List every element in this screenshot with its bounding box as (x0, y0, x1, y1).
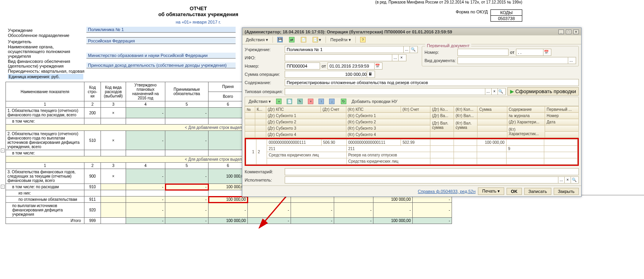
input-inst[interactable]: Поликлиника № 1...🔍 (285, 46, 418, 53)
label-prim-from: от (510, 50, 514, 55)
add-nu-button[interactable]: Добавить проводки НУ (349, 98, 399, 105)
row-200-kind: × (101, 108, 126, 118)
colnum-2: 2 (84, 101, 101, 108)
row-911-code: 911 (84, 196, 101, 203)
actions-menu[interactable]: Действия ▾ (244, 37, 270, 43)
primary-doc-fieldset: Первичный документ Номер: от . .📅 Вид до… (422, 46, 579, 66)
label-inst: Учреждение: (245, 47, 283, 52)
label-from: от (322, 64, 326, 68)
codes-box: Форма по ОКУД КОДЫ 0503738 (456, 9, 522, 22)
row-510-name: 2. Обязательства текущего (отчетного) фи… (6, 131, 84, 150)
label-unit: Единица измерения: руб. (8, 74, 83, 79)
label-ifo: ИФО: (245, 55, 283, 60)
calendar-icon[interactable]: 📅 (543, 49, 549, 55)
colnum-3: 3 (101, 101, 126, 108)
input-prim-num[interactable] (457, 49, 509, 56)
row-200-code: 200 (84, 108, 101, 118)
input-prim-kind[interactable]: ... (457, 57, 576, 64)
copy-icon[interactable]: 📄 (299, 36, 308, 43)
label-period: Периодичность: квартальная, годовая (8, 69, 84, 73)
row-900-code: 900 (84, 169, 101, 184)
label-sum: Сумма операции: (245, 72, 283, 77)
th-kind: Код вида расходов (выбытий) (101, 82, 126, 101)
edit-icon[interactable]: ✎ (295, 98, 305, 105)
help-link[interactable]: Справка ф.0504833, ред.52н (418, 189, 476, 194)
row-999-name: Итого (6, 218, 84, 224)
row-920-name: по выплатам источников финансирования де… (6, 203, 84, 218)
calendar-icon[interactable]: 📅 (374, 63, 381, 69)
delete-icon[interactable]: × (306, 98, 315, 105)
input-ifo[interactable]: ...× (285, 54, 406, 61)
search-icon[interactable]: 🔍 (410, 46, 416, 53)
input-comment[interactable] (285, 168, 579, 175)
save-icon[interactable]: 💾 (275, 36, 285, 43)
down-icon[interactable]: ↓ (327, 98, 337, 105)
row-incl-1: в том числе: (6, 118, 84, 125)
value-fintype[interactable]: Приносящая доход деятельность (собственн… (86, 62, 236, 68)
close-icon[interactable]: × (573, 29, 579, 34)
calc-icon[interactable]: 🖩 (367, 71, 373, 77)
label-comment: Комментарий: (245, 169, 283, 174)
colnum-4: 4 (126, 101, 165, 108)
reread-icon[interactable]: ⇄ (287, 36, 296, 43)
input-exec[interactable]: ...×🔍 (285, 176, 579, 184)
row-999-total: 100 000,00 (209, 218, 248, 224)
colnum-1: 1 (6, 101, 84, 108)
input-prim-date[interactable]: . .📅 (516, 49, 551, 56)
add-icon[interactable]: ＋ (274, 98, 284, 105)
input-content[interactable]: Перерегистрированы отложенные обязательс… (285, 79, 579, 86)
up-icon[interactable]: ↑ (317, 98, 326, 105)
window-title: (Администратор; 18.04.2016 16:17:03): Оп… (245, 29, 452, 34)
wiring-grid[interactable]: №К... (Дт) КПС(Дт) Счет (Кт) КПС(Кт) Сче… (245, 106, 579, 138)
ok-button[interactable]: OK (507, 188, 522, 195)
row-910-name: в том числе: по расходам (6, 184, 84, 190)
th-accepted: Принимаемые обязательства (165, 82, 209, 101)
label-prim-num: Номер: (424, 50, 456, 55)
help-icon[interactable]: ? (358, 36, 368, 43)
goto-menu[interactable]: Перейти ▾ (328, 37, 353, 43)
save-button[interactable]: Записать (524, 188, 551, 195)
report-title-2: об обязательствах учреждения (79, 11, 318, 17)
label-typical: Типовая операция: (245, 89, 283, 94)
value-institution[interactable]: Поликлиника № 1 (86, 27, 236, 33)
report-date: на «01» января 2017 г. (79, 20, 318, 24)
wiring-row-1[interactable]: 1 2 00000000000000111506.90 000000000000… (246, 140, 578, 146)
actions2-menu[interactable]: Действия ▾ (247, 98, 273, 105)
goto-based-icon[interactable]: 📑▾ (311, 36, 323, 43)
select-icon[interactable]: ... (403, 46, 410, 53)
dialog-footer: Справка ф.0504833, ред.52н Печать ▾ OK З… (242, 185, 581, 196)
label-prim-kind: Вид документа: (424, 58, 456, 63)
refresh-icon[interactable]: ↻ (339, 98, 348, 105)
row-999-code: 999 (84, 218, 101, 224)
toolbar-wiring: Действия ▾ ＋ 📄 ✎ × ↑ ↓ ↻ Добавить провод… (245, 97, 579, 106)
maximize-icon[interactable]: □ (566, 29, 571, 34)
input-num[interactable]: ПП000004 (285, 62, 320, 70)
input-sum[interactable]: 100 000,00🖩 (285, 71, 375, 78)
input-typical[interactable]: ...×🔍 (285, 88, 506, 95)
row-910-of: из них: (6, 190, 84, 196)
collapse-icon[interactable]: - (1, 149, 5, 152)
copy-row-icon[interactable]: 📄 (285, 98, 294, 105)
collapse-icon[interactable]: - (1, 185, 5, 189)
row-911-name: по отложенным обязательствам (6, 196, 84, 203)
row-incl-2: в том числе: (6, 150, 84, 156)
label-content: Содержание: (245, 80, 283, 85)
input-date[interactable]: 01.01.2016 23:59:59📅 (327, 62, 382, 70)
row-900-name: 3. Обязательства финансовых годов, следу… (6, 169, 84, 184)
okud-value: 0503738 (491, 16, 522, 22)
row-510-code: 510 (84, 131, 101, 150)
row-900-kind: × (101, 169, 126, 184)
value-authority[interactable]: Министерство образования и науки Российс… (86, 53, 236, 59)
minimize-icon[interactable]: _ (558, 29, 564, 34)
row-911-total: 100 000,00 (209, 196, 248, 203)
print-button[interactable]: Печать ▾ (478, 187, 504, 195)
window-titlebar[interactable]: (Администратор; 18.04.2016 16:17:03): Оп… (242, 28, 581, 35)
close-button[interactable]: Закрыть (554, 188, 579, 195)
value-founder[interactable]: Российская Федерация (86, 38, 236, 44)
generate-wiring-button[interactable]: ▶ Сформировать проводки (507, 87, 579, 95)
okud-label: Форма по ОКУД (456, 9, 490, 14)
report-title-1: ОТЧЕТ (79, 6, 318, 11)
label-authority: Наименование органа, осуществляющего пол… (8, 44, 86, 59)
label-founder: Учредитель (8, 39, 86, 44)
value-subdiv[interactable] (86, 37, 236, 38)
